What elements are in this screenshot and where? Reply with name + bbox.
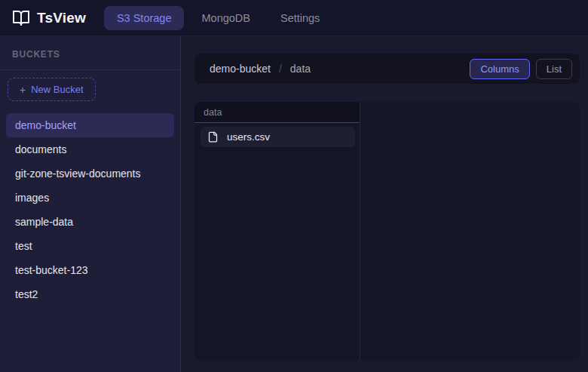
- tab-settings[interactable]: Settings: [268, 6, 332, 30]
- sidebar-section-header: BUCKETS: [0, 36, 180, 70]
- bucket-item-test-bucket-123[interactable]: test-bucket-123: [6, 258, 174, 282]
- plus-icon: +: [20, 85, 26, 95]
- bucket-item-sample-data[interactable]: sample-data: [6, 210, 174, 234]
- buckets-sidebar: BUCKETS + New Bucket demo-bucket documen…: [0, 36, 181, 372]
- file-column-data: data users.csv: [194, 102, 360, 360]
- file-row-users-csv[interactable]: users.csv: [201, 127, 355, 147]
- tab-mongodb[interactable]: MongoDB: [188, 6, 262, 30]
- list-view-button[interactable]: List: [536, 59, 572, 79]
- column-header: data: [194, 102, 360, 123]
- book-open-icon: [12, 9, 30, 27]
- top-navbar: TsView S3 Storage MongoDB Settings: [0, 0, 588, 36]
- main-content: demo-bucket / data Columns List data us: [182, 36, 588, 372]
- new-bucket-label: New Bucket: [31, 84, 83, 95]
- file-name: users.csv: [227, 131, 270, 143]
- view-mode-switch: Columns List: [470, 59, 572, 79]
- app-title: TsView: [37, 10, 86, 26]
- breadcrumb-folder[interactable]: data: [290, 63, 311, 75]
- file-icon: [207, 131, 219, 143]
- app-logo: TsView: [12, 9, 86, 27]
- breadcrumb-bucket[interactable]: demo-bucket: [210, 63, 271, 75]
- bucket-item-documents[interactable]: documents: [6, 137, 174, 161]
- bucket-item-images[interactable]: images: [6, 186, 174, 210]
- buckets-section-title: BUCKETS: [12, 49, 60, 60]
- breadcrumb-toolbar: demo-bucket / data Columns List: [194, 54, 580, 84]
- column-body: users.csv: [194, 123, 360, 147]
- bucket-item-git-zone-tsview-documents[interactable]: git-zone-tsview-documents: [6, 161, 174, 186]
- main-nav: S3 Storage MongoDB Settings: [104, 6, 332, 30]
- columns-view-button[interactable]: Columns: [470, 59, 529, 79]
- bucket-item-test2[interactable]: test2: [6, 282, 174, 306]
- breadcrumb-separator: /: [279, 63, 282, 75]
- tab-s3-storage[interactable]: S3 Storage: [104, 6, 185, 30]
- file-browser-panel: data users.csv: [194, 102, 580, 360]
- bucket-item-test[interactable]: test: [6, 234, 174, 258]
- breadcrumb: demo-bucket / data: [210, 63, 311, 75]
- new-bucket-button[interactable]: + New Bucket: [8, 78, 96, 101]
- bucket-list: demo-bucket documents git-zone-tsview-do…: [0, 113, 180, 306]
- bucket-item-demo-bucket[interactable]: demo-bucket: [6, 113, 174, 137]
